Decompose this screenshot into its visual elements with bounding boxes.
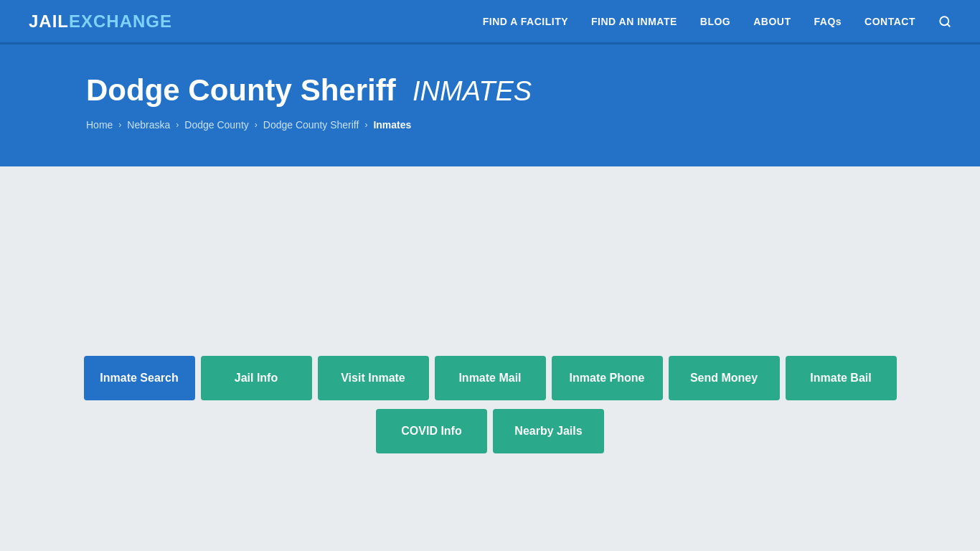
btn-covid-info[interactable]: COVID Info bbox=[376, 409, 487, 453]
main-content: Inmate SearchJail InfoVisit InmateInmate… bbox=[0, 166, 980, 496]
buttons-container: Inmate SearchJail InfoVisit InmateInmate… bbox=[86, 356, 894, 453]
logo[interactable]: JAIL EXCHANGE bbox=[29, 11, 172, 32]
page-title-sub: INMATES bbox=[413, 76, 532, 106]
breadcrumb-dodge-county-sheriff[interactable]: Dodge County Sheriff bbox=[263, 119, 359, 131]
breadcrumb-inmates: Inmates bbox=[373, 119, 411, 131]
buttons-row-2: COVID InfoNearby Jails bbox=[376, 409, 604, 453]
breadcrumb: Home›Nebraska›Dodge County›Dodge County … bbox=[86, 119, 894, 131]
page-title-main: Dodge County Sheriff bbox=[86, 73, 396, 107]
logo-exchange: EXCHANGE bbox=[69, 11, 172, 32]
page-title: Dodge County Sheriff INMATES bbox=[86, 73, 894, 108]
buttons-row-1: Inmate SearchJail InfoVisit InmateInmate… bbox=[84, 356, 897, 400]
main-nav: FIND A FACILITYFIND AN INMATEBLOGABOUTFA… bbox=[483, 15, 951, 28]
btn-inmate-phone[interactable]: Inmate Phone bbox=[552, 356, 663, 400]
nav-item-contact[interactable]: CONTACT bbox=[864, 16, 915, 27]
btn-nearby-jails[interactable]: Nearby Jails bbox=[493, 409, 604, 453]
nav-item-faqs[interactable]: FAQs bbox=[814, 16, 842, 27]
btn-inmate-bail[interactable]: Inmate Bail bbox=[786, 356, 897, 400]
btn-visit-inmate[interactable]: Visit Inmate bbox=[318, 356, 429, 400]
nav-item-about[interactable]: ABOUT bbox=[753, 16, 791, 27]
btn-send-money[interactable]: Send Money bbox=[669, 356, 780, 400]
btn-jail-info[interactable]: Jail Info bbox=[201, 356, 312, 400]
breadcrumb-separator: › bbox=[255, 120, 258, 130]
site-header: JAIL EXCHANGE FIND A FACILITYFIND AN INM… bbox=[0, 0, 980, 44]
btn-inmate-mail[interactable]: Inmate Mail bbox=[435, 356, 546, 400]
btn-inmate-search[interactable]: Inmate Search bbox=[84, 356, 195, 400]
nav-item-find-inmate[interactable]: FIND AN INMATE bbox=[591, 16, 677, 27]
breadcrumb-separator: › bbox=[118, 120, 121, 130]
breadcrumb-nebraska[interactable]: Nebraska bbox=[127, 119, 170, 131]
svg-line-1 bbox=[947, 24, 949, 26]
nav-item-find-facility[interactable]: FIND A FACILITY bbox=[483, 16, 568, 27]
breadcrumb-separator: › bbox=[176, 120, 179, 130]
nav-item-blog[interactable]: BLOG bbox=[700, 16, 730, 27]
breadcrumb-dodge-county[interactable]: Dodge County bbox=[184, 119, 249, 131]
hero-section: Dodge County Sheriff INMATES Home›Nebras… bbox=[0, 44, 980, 166]
logo-jail: JAIL bbox=[29, 11, 69, 32]
search-icon[interactable] bbox=[938, 15, 951, 28]
breadcrumb-separator: › bbox=[364, 120, 367, 130]
breadcrumb-home[interactable]: Home bbox=[86, 119, 113, 131]
